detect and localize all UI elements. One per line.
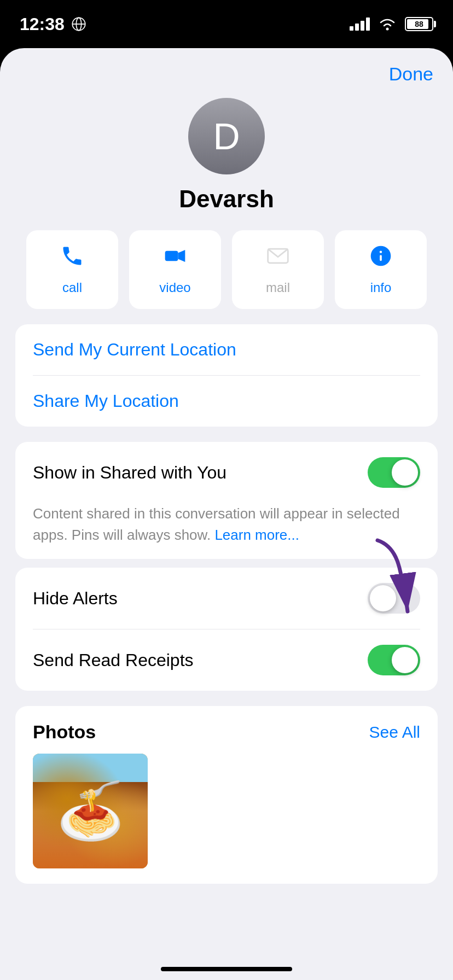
- time-display: 12:38: [20, 14, 65, 34]
- battery-level: 88: [415, 20, 423, 28]
- see-all-button[interactable]: See All: [369, 723, 420, 742]
- shared-with-you-toggle[interactable]: [368, 457, 420, 488]
- purple-arrow-icon: [361, 535, 427, 633]
- avatar-section: D Devarsh: [0, 85, 453, 230]
- signal-icon: [350, 18, 370, 31]
- globe-icon: [71, 16, 86, 32]
- call-button[interactable]: call: [26, 230, 118, 309]
- location-card: Send My Current Location Share My Locati…: [15, 324, 438, 427]
- status-bar: 12:38 88: [0, 0, 453, 48]
- share-location-button[interactable]: Share My Location: [15, 376, 438, 427]
- svg-point-8: [380, 250, 382, 253]
- status-time: 12:38: [20, 14, 86, 34]
- send-read-receipts-label: Send Read Receipts: [33, 650, 194, 670]
- toggle-knob: [392, 459, 418, 486]
- wifi-icon: [378, 17, 397, 31]
- shared-with-you-row: Show in Shared with You: [15, 442, 438, 503]
- avatar-initial: D: [213, 115, 240, 158]
- info-button[interactable]: info: [335, 230, 427, 309]
- mail-button[interactable]: mail: [232, 230, 324, 309]
- photos-title: Photos: [33, 721, 96, 743]
- done-button[interactable]: Done: [389, 63, 433, 85]
- call-label: call: [62, 280, 82, 295]
- mail-label: mail: [266, 280, 290, 295]
- svg-marker-5: [178, 250, 185, 262]
- learn-more-link[interactable]: Learn more...: [214, 527, 299, 543]
- phone-icon: [60, 244, 84, 273]
- home-indicator: [0, 958, 453, 980]
- svg-rect-9: [380, 255, 382, 261]
- svg-point-3: [386, 28, 389, 31]
- info-icon: [369, 244, 393, 273]
- send-location-button[interactable]: Send My Current Location: [15, 324, 438, 375]
- action-buttons-row: call video mail: [0, 230, 453, 324]
- done-btn-row: Done: [0, 48, 453, 85]
- mail-icon: [266, 244, 290, 273]
- send-read-receipts-row: Send Read Receipts: [15, 629, 438, 691]
- shared-with-you-label: Show in Shared with You: [33, 463, 226, 483]
- hide-alerts-label: Hide Alerts: [33, 588, 118, 609]
- battery-icon: 88: [405, 17, 433, 31]
- contact-name: Devarsh: [179, 185, 274, 213]
- video-button[interactable]: video: [129, 230, 221, 309]
- status-icons: 88: [350, 17, 433, 31]
- main-content: Done D Devarsh call vide: [0, 48, 453, 980]
- photos-card: Photos See All: [15, 706, 438, 884]
- home-bar: [161, 967, 292, 971]
- info-label: info: [370, 280, 392, 295]
- photos-header: Photos See All: [33, 721, 420, 743]
- avatar: D: [188, 98, 265, 174]
- video-label: video: [159, 280, 190, 295]
- video-icon: [163, 244, 187, 273]
- toggle-knob-3: [392, 647, 418, 673]
- send-read-receipts-toggle[interactable]: [368, 645, 420, 675]
- photo-thumbnail[interactable]: [33, 754, 148, 868]
- svg-rect-4: [165, 251, 178, 261]
